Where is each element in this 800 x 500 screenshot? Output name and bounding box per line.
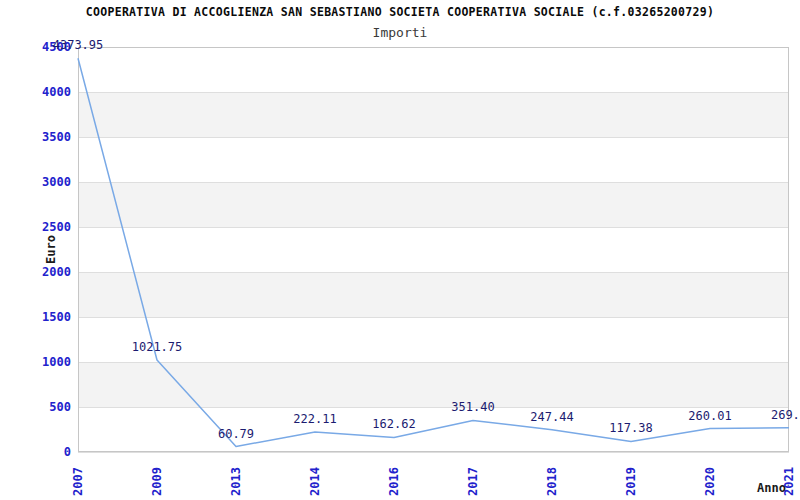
x-tick-label: 2018 bbox=[545, 467, 559, 496]
importi-line-chart: COOPERATIVA DI ACCOGLIENZA SAN SEBASTIAN… bbox=[0, 0, 800, 500]
plot-area bbox=[78, 47, 789, 452]
data-point-label: 4373.95 bbox=[38, 39, 118, 52]
chart-title: COOPERATIVA DI ACCOGLIENZA SAN SEBASTIAN… bbox=[0, 5, 800, 19]
x-axis-title: Anno bbox=[757, 481, 786, 496]
y-axis-title: Euro bbox=[44, 235, 59, 264]
y-tick-label: 4000 bbox=[0, 85, 71, 99]
x-tick-label: 2013 bbox=[229, 467, 243, 496]
y-tick-label: 1000 bbox=[0, 355, 71, 369]
y-tick-label: 3000 bbox=[0, 175, 71, 189]
data-point-label: 269.2 bbox=[749, 409, 800, 422]
x-tick-label: 2007 bbox=[71, 467, 85, 496]
x-tick-label: 2020 bbox=[703, 467, 717, 496]
y-tick-label: 2500 bbox=[0, 220, 71, 234]
x-tick-label: 2017 bbox=[466, 467, 480, 496]
data-point-label: 162.62 bbox=[354, 418, 434, 431]
chart-subtitle: Importi bbox=[0, 25, 800, 40]
y-tick-label: 2000 bbox=[0, 265, 71, 279]
data-point-label: 1021.75 bbox=[117, 341, 197, 354]
data-point-label: 117.38 bbox=[591, 422, 671, 435]
x-tick-label: 2016 bbox=[387, 467, 401, 496]
data-point-label: 222.11 bbox=[275, 413, 355, 426]
x-tick-label: 2009 bbox=[150, 467, 164, 496]
y-tick-label: 3500 bbox=[0, 130, 71, 144]
data-point-label: 351.40 bbox=[433, 401, 513, 414]
x-tick-label: 2014 bbox=[308, 467, 322, 496]
data-point-label: 247.44 bbox=[512, 411, 592, 424]
y-tick-label: 1500 bbox=[0, 310, 71, 324]
y-tick-label: 500 bbox=[0, 400, 71, 414]
y-tick-label: 0 bbox=[0, 445, 71, 459]
data-point-label: 260.01 bbox=[670, 410, 750, 423]
x-tick-label: 2019 bbox=[624, 467, 638, 496]
data-point-label: 60.79 bbox=[196, 428, 276, 441]
